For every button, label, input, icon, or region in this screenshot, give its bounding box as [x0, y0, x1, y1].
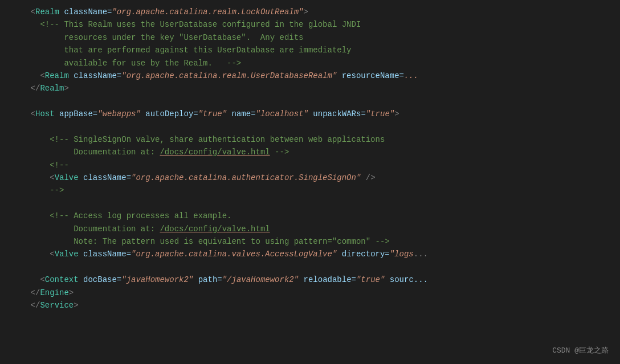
- code-line: <Valve className="org.apache.catalina.au…: [11, 171, 609, 184]
- code-token: SingleSignOn valve, share authentication…: [74, 135, 385, 144]
- code-line: <!-- Access log processes all example.: [11, 210, 609, 222]
- code-token: Host: [35, 109, 55, 118]
- code-token: ...: [404, 71, 418, 80]
- code-token: Realm: [40, 84, 64, 93]
- code-token: "org.apache.catalina.realm.LockOutRealm": [112, 7, 303, 17]
- code-token: /docs/config/valve.html: [160, 224, 270, 234]
- code-token: Valve: [55, 173, 79, 182]
- code-line: Documentation at: /docs/config/valve.htm…: [11, 146, 609, 158]
- code-token: sourc...: [385, 275, 428, 284]
- code-token: autoDeploy=: [141, 109, 198, 118]
- code-token: >: [394, 109, 399, 118]
- code-token: that are performed against this UserData…: [11, 46, 352, 55]
- code-token: Engine: [40, 288, 68, 297]
- code-line: <Realm className="org.apache.catalina.re…: [11, 6, 609, 18]
- code-token: "localhost": [256, 109, 308, 118]
- code-line: -->: [11, 184, 609, 197]
- code-line: <Valve className="org.apache.catalina.va…: [11, 248, 609, 260]
- code-token: className=: [79, 250, 131, 259]
- code-token: "logs: [390, 250, 414, 259]
- code-line: </Engine>: [11, 287, 609, 299]
- code-line: [11, 197, 609, 210]
- code-token: -->: [270, 148, 289, 157]
- code-line: [11, 261, 609, 273]
- code-token: "org.apache.catalina.valves.AccessLogVal…: [131, 250, 337, 259]
- watermark-text: CSDN @巨龙之路: [552, 345, 609, 357]
- code-token: docBase=: [79, 275, 122, 284]
- code-token: Realm: [45, 71, 69, 80]
- code-token: reloadable=: [299, 275, 356, 284]
- code-token: className=: [59, 7, 112, 17]
- code-line: </Realm>: [11, 82, 609, 95]
- code-token: "webapps": [97, 109, 141, 118]
- code-line: Note: The pattern used is equivalent to …: [11, 235, 609, 248]
- code-token: "org.apache.catalina.realm.UserDatabaseR…: [121, 71, 337, 80]
- code-token: "org.apache.catalina.authenticator.Singl…: [131, 173, 361, 182]
- code-token: <: [11, 7, 35, 17]
- code-token: </: [11, 288, 40, 297]
- code-line: [11, 121, 609, 133]
- code-token: >: [69, 288, 74, 297]
- code-token: available for use by the Realm. -->: [11, 59, 241, 68]
- code-line: <Host appBase="webapps" autoDeploy="true…: [11, 108, 609, 120]
- code-token: "/javaHomework2": [222, 275, 299, 284]
- code-token: unpackWARs=: [308, 109, 366, 118]
- code-line: Documentation at: /docs/config/valve.htm…: [11, 223, 609, 235]
- code-token: resourceName=: [337, 71, 404, 80]
- code-token: Realm: [35, 7, 59, 17]
- code-token: This Realm uses the UserDatabase configu…: [64, 20, 361, 29]
- code-token: "javaHomework2": [121, 275, 193, 284]
- code-line: that are performed against this UserData…: [11, 44, 609, 56]
- code-line: <!-- SingleSignOn valve, share authentic…: [11, 133, 609, 146]
- code-block: <Realm className="org.apache.catalina.re…: [0, 0, 620, 317]
- code-line: <!--: [11, 159, 609, 171]
- code-token: appBase=: [55, 109, 98, 118]
- code-token: resources under the key "UserDatabase". …: [11, 33, 303, 42]
- code-token: className=: [69, 71, 121, 80]
- code-line: <Context docBase="javaHomework2" path="/…: [11, 273, 609, 286]
- code-token: /docs/config/valve.html: [160, 148, 270, 157]
- code-token: ...: [414, 250, 428, 259]
- code-token: <: [11, 275, 45, 284]
- code-token: "true": [198, 109, 227, 118]
- code-token: >: [304, 7, 308, 17]
- code-line: available for use by the Realm. -->: [11, 57, 609, 69]
- code-token: path=: [193, 275, 222, 284]
- code-token: </: [11, 84, 40, 93]
- code-token: "true": [366, 109, 394, 118]
- code-token: <: [11, 250, 55, 259]
- code-token: </: [11, 301, 40, 310]
- code-token: Context: [45, 275, 79, 284]
- code-line: [11, 95, 609, 108]
- code-token: Valve: [55, 250, 79, 259]
- code-token: <: [11, 71, 45, 80]
- code-token: "true": [356, 275, 385, 284]
- code-line: <Realm className="org.apache.catalina.re…: [11, 69, 609, 82]
- code-token: <!--: [11, 211, 74, 220]
- code-token: <: [11, 173, 55, 182]
- code-token: -->: [11, 186, 64, 195]
- code-line: </Service>: [11, 299, 609, 312]
- code-token: Access log processes all example.: [74, 211, 231, 220]
- code-token: <!--: [11, 20, 64, 29]
- code-token: Note: The pattern used is equivalent to …: [11, 237, 390, 246]
- code-token: className=: [79, 173, 131, 182]
- code-token: name=: [227, 109, 255, 118]
- code-token: Documentation at:: [11, 224, 160, 234]
- code-token: Documentation at:: [11, 148, 160, 157]
- code-token: />: [361, 173, 375, 182]
- code-token: >: [64, 84, 68, 93]
- code-line: <!-- This Realm uses the UserDatabase co…: [11, 18, 609, 31]
- code-line: resources under the key "UserDatabase". …: [11, 31, 609, 44]
- code-token: <!--: [11, 135, 74, 144]
- code-token: <: [11, 109, 35, 118]
- code-token: directory=: [337, 250, 389, 259]
- code-token: <!--: [11, 161, 69, 170]
- code-token: >: [74, 301, 78, 310]
- code-token: Service: [40, 301, 74, 310]
